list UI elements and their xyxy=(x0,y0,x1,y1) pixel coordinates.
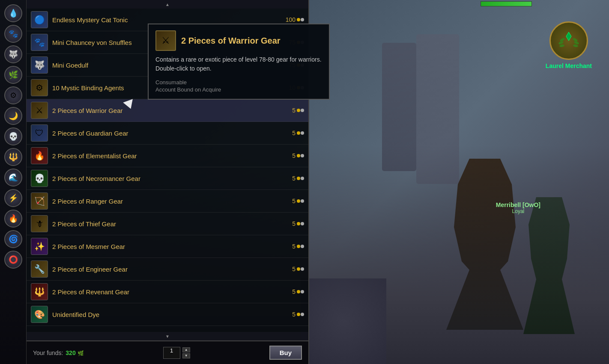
sidebar-icon-icon10[interactable]: ⚡ xyxy=(4,189,22,207)
quantity-input[interactable]: 1 xyxy=(163,347,180,359)
price-value: 5 xyxy=(292,175,296,182)
currency-icon xyxy=(297,109,304,112)
item-row[interactable]: 💀2 Pieces of Necromancer Gear5 xyxy=(27,167,308,190)
scroll-up-button[interactable]: ▲ xyxy=(27,0,308,9)
currency-icon xyxy=(297,199,304,203)
item-name: Unidentified Dye xyxy=(52,311,292,318)
item-icon: 🎨 xyxy=(31,306,48,323)
item-icon: 💀 xyxy=(31,170,48,187)
item-name: 2 Pieces of Guardian Gear xyxy=(52,130,292,137)
tooltip-header: ⚔ 2 Pieces of Warrior Gear xyxy=(155,30,322,51)
sidebar-icon-icon4[interactable]: 🌿 xyxy=(4,66,22,84)
price-value: 100 xyxy=(286,16,296,23)
price-value: 5 xyxy=(292,311,296,318)
quantity-control: 1 ▲ ▼ xyxy=(163,347,190,359)
tooltip-popup: ⚔ 2 Pieces of Warrior Gear Contains a ra… xyxy=(148,24,330,100)
price-value: 5 xyxy=(292,288,296,295)
sidebar-icon-icon6[interactable]: 🌙 xyxy=(4,107,22,125)
price-value: 5 xyxy=(292,152,296,159)
sidebar-icon-icon3[interactable]: 🐺 xyxy=(4,45,22,63)
currency-icon xyxy=(297,177,304,180)
item-name: 2 Pieces of Mesmer Gear xyxy=(52,243,292,250)
item-row[interactable]: 🔱2 Pieces of Revenant Gear5 xyxy=(27,281,308,303)
item-name: 2 Pieces of Elementalist Gear xyxy=(52,152,292,160)
currency-icon xyxy=(297,313,304,316)
svg-point-6 xyxy=(573,44,578,47)
tooltip-description: Contains a rare or exotic piece of level… xyxy=(155,55,322,73)
item-row[interactable]: ✨2 Pieces of Mesmer Gear5 xyxy=(27,235,308,258)
currency-icon xyxy=(297,267,304,271)
item-price: 5 xyxy=(292,266,304,272)
tooltip-item-name: 2 Pieces of Warrior Gear xyxy=(181,36,281,46)
item-icon: ⚔ xyxy=(31,102,48,119)
item-icon: 🔥 xyxy=(31,147,48,164)
price-value: 5 xyxy=(292,220,296,227)
item-icon: 🔵 xyxy=(31,11,48,28)
price-value: 5 xyxy=(292,243,296,250)
item-icon: 🔱 xyxy=(31,283,48,300)
item-row[interactable]: 🏹2 Pieces of Ranger Gear5 xyxy=(27,190,308,213)
merchant-ui: Laurel Merchant xyxy=(546,21,592,69)
svg-marker-7 xyxy=(566,32,571,41)
item-icon: 🗡 xyxy=(31,215,48,232)
item-row[interactable]: ⚔2 Pieces of Warrior Gear5 xyxy=(27,99,308,122)
item-icon: 🐺 xyxy=(31,56,48,74)
sidebar-icon-icon13[interactable]: ⭕ xyxy=(4,251,22,269)
item-row[interactable]: 🛡2 Pieces of Guardian Gear5 xyxy=(27,122,308,145)
svg-point-3 xyxy=(559,44,564,47)
item-icon: 🐾 xyxy=(31,34,48,51)
item-name: 2 Pieces of Warrior Gear xyxy=(52,107,292,114)
currency-icon xyxy=(297,222,304,225)
npc-tag: Merribell [OwO] Loyal xyxy=(496,201,540,214)
item-icon: ✨ xyxy=(31,238,48,255)
quantity-buttons: ▲ ▼ xyxy=(182,347,190,358)
item-row[interactable]: 🎨Unidentified Dye5 xyxy=(27,303,308,326)
qty-up-button[interactable]: ▲ xyxy=(182,347,190,352)
merchant-name: Laurel Merchant xyxy=(546,62,592,69)
merchant-emblem xyxy=(549,21,588,60)
sidebar-icon-icon1[interactable]: 💧 xyxy=(4,4,22,22)
buy-button[interactable]: Buy xyxy=(269,346,302,360)
sidebar-icon-icon2[interactable]: 🐾 xyxy=(4,25,22,43)
sidebar-icon-icon5[interactable]: ⚙ xyxy=(4,86,22,104)
currency-icon xyxy=(297,245,304,248)
item-price: 5 xyxy=(292,175,304,182)
item-price: 5 xyxy=(292,220,304,227)
funds-amount: 320 🌿 xyxy=(66,349,84,356)
sidebar-icon-icon7[interactable]: 💀 xyxy=(4,127,22,145)
sidebar-icon-icon11[interactable]: 🔥 xyxy=(4,210,22,228)
item-price: 5 xyxy=(292,152,304,159)
item-name: 2 Pieces of Necromancer Gear xyxy=(52,175,292,182)
item-price: 5 xyxy=(292,243,304,250)
tooltip-item-icon: ⚔ xyxy=(155,30,176,51)
item-name: Endless Mystery Cat Tonic xyxy=(52,16,286,24)
item-icon: 🏹 xyxy=(31,192,48,210)
funds-label: Your funds: xyxy=(33,349,63,356)
npc-name: Merribell [OwO] xyxy=(496,201,540,208)
item-row[interactable]: 🔥2 Pieces of Elementalist Gear5 xyxy=(27,145,308,167)
sidebar-icon-icon8[interactable]: 🔱 xyxy=(4,148,22,166)
item-row[interactable]: 🔧2 Pieces of Engineer Gear5 xyxy=(27,258,308,281)
price-value: 5 xyxy=(292,130,296,136)
price-value: 5 xyxy=(292,198,296,204)
bottom-bar: Your funds: 320 🌿 1 ▲ ▼ Buy xyxy=(27,340,308,364)
tooltip-item-type: Consumable xyxy=(155,79,322,86)
health-bar xyxy=(481,1,532,6)
item-price: 5 xyxy=(292,130,304,136)
item-icon: ⚙ xyxy=(31,79,48,96)
sidebar-icon-icon12[interactable]: 🌀 xyxy=(4,230,22,248)
tooltip-bound-status: Account Bound on Acquire xyxy=(155,86,322,93)
item-name: 2 Pieces of Engineer Gear xyxy=(52,266,292,273)
item-icon: 🛡 xyxy=(31,124,48,142)
item-row[interactable]: 🗡2 Pieces of Thief Gear5 xyxy=(27,213,308,235)
health-value: 100% xyxy=(520,0,532,0)
qty-down-button[interactable]: ▼ xyxy=(182,353,190,358)
scroll-down-button[interactable]: ▼ xyxy=(27,332,308,340)
price-value: 5 xyxy=(292,266,296,272)
item-price: 5 xyxy=(292,288,304,295)
sidebar-icon-icon9[interactable]: 🌊 xyxy=(4,169,22,186)
health-fill xyxy=(481,2,531,6)
character-npc xyxy=(523,197,575,334)
item-price: 100 xyxy=(286,16,304,23)
item-price: 5 xyxy=(292,311,304,318)
